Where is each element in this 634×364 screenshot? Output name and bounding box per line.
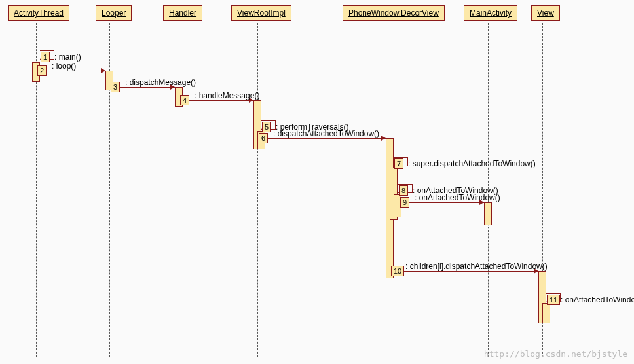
message-number: 11 — [547, 295, 560, 305]
message-number: 7 — [394, 158, 403, 169]
participant-mainactivity: MainActivity — [464, 5, 517, 21]
message-label: : onAttachedToWindow() — [561, 295, 634, 304]
message-number: 6 — [259, 133, 268, 143]
participant-phonewindow-decorview: PhoneWindow.DecorView — [343, 5, 445, 21]
message-label: : dispatchMessage() — [125, 78, 196, 87]
message-arrow — [183, 100, 253, 101]
message-arrow — [394, 271, 538, 272]
message-number: 4 — [180, 95, 189, 105]
message-label: : dispatchAttachedToWindow() — [273, 129, 379, 138]
participant-handler: Handler — [163, 5, 202, 21]
message-label: : handleMessage() — [195, 91, 259, 100]
message-number: 2 — [37, 65, 47, 76]
message-label: : children[i].dispatchAttachedToWindow() — [405, 262, 548, 271]
message-arrow — [40, 71, 105, 71]
message-arrow — [261, 138, 386, 139]
message-number: 10 — [391, 266, 404, 276]
participant-viewrootimpl: ViewRootImpl — [231, 5, 291, 21]
message-arrow — [113, 87, 175, 88]
message-arrow — [403, 202, 484, 203]
message-label: : onAttachedToWindow() — [415, 193, 500, 202]
message-label: : main() — [54, 52, 81, 62]
message-number: 8 — [399, 185, 408, 196]
message-number: 9 — [400, 197, 409, 208]
message-label: : loop() — [52, 62, 76, 71]
message-number: 5 — [262, 122, 271, 132]
message-number: 1 — [41, 52, 50, 62]
watermark: http://blog.csdn.net/bjstyle — [484, 349, 627, 359]
lifeline — [179, 23, 179, 357]
activation-bar — [542, 303, 550, 323]
activation-bar — [484, 202, 492, 225]
message-number: 3 — [111, 82, 120, 92]
message-label: : super.dispatchAttachedToWindow() — [408, 159, 536, 168]
lifeline — [257, 23, 258, 357]
participant-activitythread: ActivityThread — [8, 5, 69, 21]
participant-view: View — [531, 5, 560, 21]
participant-looper: Looper — [96, 5, 132, 21]
